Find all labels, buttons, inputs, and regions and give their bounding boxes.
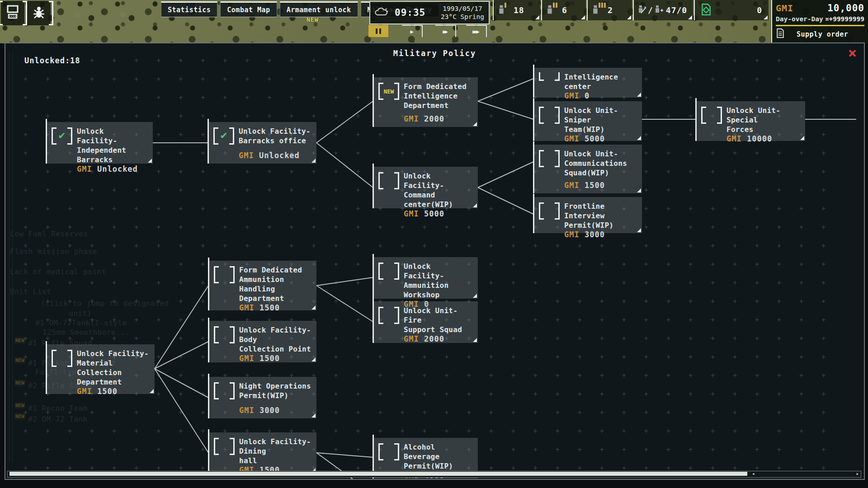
counter-tier3-personnel[interactable]: 2	[587, 0, 632, 20]
counter-intel-reports[interactable]: 0	[694, 0, 769, 20]
cost-value: 1500	[255, 303, 280, 312]
supply-order-button[interactable]: Supply order	[776, 28, 864, 40]
policy-node-communications-squad[interactable]: Unlock Unit- Communications Squad(WIP)GM…	[533, 145, 642, 193]
counter-tier1-personnel[interactable]: 18	[493, 0, 540, 20]
cost-label: GMI	[726, 134, 742, 143]
ghost-text: (click to jump to designated	[41, 299, 169, 308]
resize-corner	[473, 203, 477, 207]
slash-divider: /	[648, 5, 653, 15]
scrollbar-thumb[interactable]	[9, 472, 747, 476]
temp-season-value: 23°C Spring	[441, 13, 484, 20]
play-button[interactable]: ▶	[402, 25, 423, 37]
cost-label: GMI	[564, 91, 580, 100]
node-title: Unlock Facility- Ammunition Workshop	[404, 262, 473, 300]
base-computer-button[interactable]	[1, 1, 24, 25]
node-checkbox: ✔	[52, 127, 72, 145]
cost-value: 5000	[580, 134, 605, 143]
panel-title: Military Policy	[5, 49, 864, 58]
ghost-new-chip: NEW	[14, 402, 25, 409]
node-cost: GMI 3000	[564, 230, 637, 239]
close-button[interactable]: ×	[848, 46, 857, 60]
counter-weapons-ratio[interactable]: / 47/0	[633, 0, 693, 20]
node-checkbox	[539, 150, 560, 167]
policy-node-night-operations[interactable]: Night Operations Permit(WIP)GMI 3000	[208, 377, 316, 418]
cost-label: GMI	[239, 151, 254, 160]
fastest-forward-button[interactable]: ▶▶▶	[466, 25, 487, 37]
resize-corner	[637, 93, 641, 97]
policy-node-frontline-interview[interactable]: Frontline Interview Permit(WIP)GMI 3000	[533, 197, 642, 233]
node-checkbox	[378, 172, 399, 189]
cost-value: 1500	[92, 387, 118, 396]
counter-value: 0	[757, 5, 762, 15]
policy-node-special-forces[interactable]: Unlock Unit-Special ForcesGMI 10000	[696, 101, 805, 141]
bracket-decor	[23, 1, 27, 25]
node-title: Alcohol Beverage Permit(WIP)	[404, 442, 473, 471]
weather-cloud-icon	[374, 6, 389, 19]
cost-label: GMI	[404, 334, 419, 343]
fast-forward-button[interactable]: ▶▶	[435, 25, 456, 37]
cost-value: 2000	[419, 334, 444, 343]
resize-corner	[150, 389, 154, 393]
cost-value: 3000	[255, 406, 280, 415]
node-checkbox	[214, 382, 235, 399]
scroll-left-arrow[interactable]: ◂	[752, 471, 755, 477]
soldier-tier2-icon	[547, 5, 558, 16]
policy-node-ammunition-handling[interactable]: Form Dedicated Ammunition Handling Depar…	[208, 261, 316, 310]
debug-bug-button[interactable]	[27, 1, 51, 25]
policy-node-dining-hall[interactable]: Unlock Facility-Dining hallGMI 1500	[208, 432, 316, 473]
bracket-decor	[0, 1, 3, 25]
horizontal-scrollbar[interactable]: ◂ ▸	[7, 471, 861, 478]
counter-value: 47/0	[666, 5, 687, 15]
node-checkbox	[539, 72, 560, 80]
node-checkbox	[378, 443, 399, 460]
cost-label: GMI	[77, 164, 92, 174]
tab-combat-map[interactable]: Combat Map	[220, 1, 277, 17]
node-checkbox: NEW	[378, 83, 399, 100]
pause-button[interactable]	[368, 25, 388, 37]
military-policy-panel: +++++++++++++++++++++++++++++++++++++ ++…	[5, 42, 865, 480]
counter-value: 2	[608, 5, 613, 15]
policy-node-intelligence-department[interactable]: NEWForm Dedicated Intelligence Departmen…	[373, 77, 478, 127]
game-screen: Statistics Combat Map Armament unlock Mi…	[0, 0, 868, 488]
cost-value: 3000	[580, 230, 605, 239]
yellow-divider	[776, 25, 864, 26]
new-tag: NEW	[383, 88, 394, 95]
node-cost: GMI 5000	[404, 209, 473, 218]
policy-node-independent-barracks[interactable]: ✔Unlock Facility- Independent BarracksGM…	[46, 122, 153, 164]
policy-node-material-collection[interactable]: Unlock Facility- Material Collection Dep…	[46, 344, 155, 394]
cost-label: GMI	[239, 406, 255, 415]
tab-statistics[interactable]: Statistics	[161, 1, 217, 17]
node-checkbox	[214, 266, 235, 283]
node-title: Unlock Facility- Material Collection Dep…	[77, 349, 150, 387]
policy-node-barracks-office[interactable]: ✔Unlock Facility- Barracks officeGMI Unl…	[208, 122, 316, 164]
policy-node-command-center[interactable]: Unlock Facility- Command center(WIP)GMI …	[373, 167, 478, 208]
node-title: Unlock Unit-Special Forces	[726, 106, 801, 134]
cost-label: GMI	[239, 354, 255, 363]
node-title: Unlock Facility-Dining hall	[239, 437, 312, 465]
policy-node-sniper-team[interactable]: Unlock Unit-Sniper Team(WIP)GMI 5000	[533, 101, 642, 141]
node-cost: GMI Unlocked	[77, 164, 148, 174]
date-value: 1993/05/17	[443, 5, 482, 12]
soldier-tier3-icon	[592, 5, 604, 16]
policy-node-fire-support-squad[interactable]: Unlock Unit-Fire Support SquadGMI 2000	[373, 301, 478, 343]
policy-node-intelligence-center[interactable]: Intelligence centerGMI 0	[533, 68, 642, 98]
node-title: Form Dedicated Intelligence Department	[404, 82, 473, 110]
node-cost: GMI 10000	[726, 134, 801, 143]
scroll-right-arrow[interactable]: ▸	[856, 471, 859, 477]
policy-node-ammunition-workshop[interactable]: Unlock Facility- Ammunition WorkshopGMI …	[373, 257, 478, 299]
ghost-text: unit)	[69, 309, 92, 318]
cost-label: GMI	[564, 230, 580, 239]
cost-value: 0	[580, 91, 590, 100]
node-cost: GMI 1500	[239, 354, 312, 363]
ghost-text: #1 OM-72Tank(I-style	[35, 319, 127, 327]
tab-armament-unlock[interactable]: Armament unlock	[280, 1, 358, 17]
policy-node-body-collection-point[interactable]: Unlock Facility-Body Collection PointGMI…	[208, 321, 316, 362]
clock-time: 09:35	[395, 7, 425, 18]
cost-value: Unlocked	[92, 164, 138, 174]
new-badge: NEW	[307, 16, 318, 23]
unlocked-count: Unlocked:18	[24, 56, 80, 65]
node-cost: GMI 0	[564, 91, 637, 100]
counter-value: 6	[562, 5, 567, 15]
intel-report-icon	[700, 3, 712, 18]
counter-tier2-personnel[interactable]: 6	[541, 0, 586, 20]
